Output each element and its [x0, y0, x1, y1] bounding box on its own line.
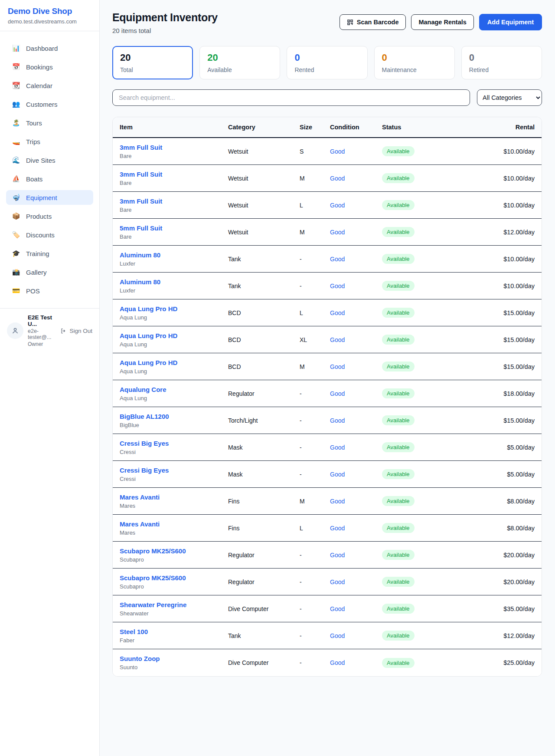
item-name-link[interactable]: 5mm Full Suit	[120, 224, 228, 232]
status-badge: Available	[382, 496, 415, 506]
item-brand: Scubapro	[120, 583, 228, 590]
sidebar-item-bookings[interactable]: 📅Bookings	[6, 59, 93, 74]
credit-card-icon: 💳	[12, 287, 20, 295]
condition-link[interactable]: Good	[330, 632, 345, 639]
sidebar-item-pos[interactable]: 💳POS	[6, 283, 93, 298]
sidebar-item-boats[interactable]: ⛵Boats	[6, 171, 93, 186]
stat-card-total[interactable]: 20Total	[112, 46, 193, 79]
item-name-link[interactable]: Aluminum 80	[120, 278, 228, 286]
table-row: Cressi Big EyesCressiMask-GoodAvailable$…	[113, 434, 542, 461]
table-row: Shearwater PeregrineShearwaterDive Compu…	[113, 595, 542, 622]
sidebar-item-products[interactable]: 📦Products	[6, 209, 93, 224]
condition-link[interactable]: Good	[330, 202, 345, 209]
column-header-rental: Rental	[462, 124, 535, 131]
condition-link[interactable]: Good	[330, 417, 345, 424]
condition-link[interactable]: Good	[330, 498, 345, 505]
item-name-link[interactable]: Scubapro MK25/S600	[120, 547, 228, 555]
column-header-item: Item	[120, 124, 228, 131]
sign-out-button[interactable]: Sign Out	[60, 328, 92, 334]
item-category: BCD	[228, 363, 300, 370]
sidebar-item-equipment[interactable]: 🤿Equipment	[6, 190, 93, 205]
table-row: Aqua Lung Pro HDAqua LungBCDMGoodAvailab…	[113, 353, 542, 380]
condition-link[interactable]: Good	[330, 148, 345, 155]
scan-barcode-button[interactable]: Scan Barcode	[340, 14, 406, 30]
condition-link[interactable]: Good	[330, 659, 345, 666]
condition-link[interactable]: Good	[330, 390, 345, 397]
status-cell: Available	[382, 415, 462, 425]
condition-link[interactable]: Good	[330, 525, 345, 532]
condition-link[interactable]: Good	[330, 175, 345, 182]
category-select[interactable]: All Categories	[477, 89, 542, 106]
item-cell: Aqua Lung Pro HDAqua Lung	[120, 305, 228, 321]
shop-logo[interactable]: Demo Dive Shop demo.test.divestreams.com	[0, 0, 99, 31]
sidebar-item-label: Gallery	[26, 269, 47, 276]
condition-link[interactable]: Good	[330, 229, 345, 236]
condition-link[interactable]: Good	[330, 471, 345, 478]
stat-label-rented: Rented	[294, 66, 359, 73]
item-name-link[interactable]: Aqualung Core	[120, 386, 228, 393]
stat-card-maintenance[interactable]: 0Maintenance	[374, 46, 455, 79]
item-name-link[interactable]: 3mm Full Suit	[120, 197, 228, 205]
item-brand: Scubapro	[120, 556, 228, 563]
search-input[interactable]	[112, 89, 470, 106]
condition-link[interactable]: Good	[330, 552, 345, 559]
table-row: Mares AvantiMaresFinsLGoodAvailable$8.00…	[113, 515, 542, 542]
item-name-link[interactable]: 3mm Full Suit	[120, 171, 228, 178]
stat-card-rented[interactable]: 0Rented	[287, 46, 367, 79]
stat-label-retired: Retired	[469, 66, 534, 73]
item-cell: Aluminum 80Luxfer	[120, 251, 228, 267]
sidebar-item-gallery[interactable]: 📸Gallery	[6, 265, 93, 279]
rental-price: $15.00/day	[462, 309, 535, 316]
item-name-link[interactable]: Cressi Big Eyes	[120, 440, 228, 447]
item-category: BCD	[228, 309, 300, 316]
stat-card-retired[interactable]: 0Retired	[461, 46, 542, 79]
sidebar-item-trips[interactable]: 🚤Trips	[6, 134, 93, 149]
sidebar-item-dive-sites[interactable]: 🌊Dive Sites	[6, 153, 93, 168]
table-row: Aluminum 80LuxferTank-GoodAvailable$10.0…	[113, 273, 542, 299]
condition-link[interactable]: Good	[330, 283, 345, 289]
item-name-link[interactable]: Mares Avanti	[120, 520, 228, 528]
sidebar-item-calendar[interactable]: 📆Calendar	[6, 78, 93, 93]
table-row: Aluminum 80LuxferTank-GoodAvailable$10.0…	[113, 246, 542, 273]
sidebar-item-discounts[interactable]: 🏷️Discounts	[6, 227, 93, 242]
condition-link[interactable]: Good	[330, 579, 345, 585]
sidebar-item-dashboard[interactable]: 📊Dashboard	[6, 41, 93, 56]
condition-link[interactable]: Good	[330, 256, 345, 263]
item-name-link[interactable]: Aluminum 80	[120, 251, 228, 259]
item-name-link[interactable]: Shearwater Peregrine	[120, 601, 228, 608]
column-header-condition: Condition	[330, 124, 382, 131]
item-name-link[interactable]: Steel 100	[120, 628, 228, 635]
condition-link[interactable]: Good	[330, 309, 345, 316]
condition-link[interactable]: Good	[330, 444, 345, 451]
item-name-link[interactable]: Aqua Lung Pro HD	[120, 305, 228, 312]
item-size: -	[300, 579, 330, 585]
status-cell: Available	[382, 631, 462, 641]
wave-icon: 🌊	[12, 156, 20, 164]
add-equipment-button[interactable]: Add Equipment	[479, 14, 542, 30]
shop-name: Demo Dive Shop	[8, 7, 91, 16]
item-brand: Aqua Lung	[120, 341, 228, 348]
sidebar-item-label: POS	[26, 287, 40, 295]
item-name-link[interactable]: Mares Avanti	[120, 493, 228, 501]
condition-link[interactable]: Good	[330, 336, 345, 343]
manage-rentals-button[interactable]: Manage Rentals	[411, 14, 473, 30]
sidebar-item-training[interactable]: 🎓Training	[6, 246, 93, 261]
sidebar-item-tours[interactable]: 🏝️Tours	[6, 115, 93, 130]
stat-card-available[interactable]: 20Available	[199, 46, 280, 79]
item-name-link[interactable]: BigBlue AL1200	[120, 413, 228, 420]
condition-link[interactable]: Good	[330, 363, 345, 370]
item-name-link[interactable]: Suunto Zoop	[120, 655, 228, 662]
item-name-link[interactable]: Aqua Lung Pro HD	[120, 332, 228, 339]
user-email: e2e-tester@...	[28, 328, 56, 340]
item-name-link[interactable]: Scubapro MK25/S600	[120, 574, 228, 582]
status-badge: Available	[382, 523, 415, 533]
item-cell: Mares AvantiMares	[120, 493, 228, 509]
condition-link[interactable]: Good	[330, 605, 345, 612]
status-cell: Available	[382, 388, 462, 398]
item-name-link[interactable]: Cressi Big Eyes	[120, 467, 228, 474]
item-name-link[interactable]: Aqua Lung Pro HD	[120, 359, 228, 366]
sidebar-item-customers[interactable]: 👥Customers	[6, 97, 93, 112]
status-badge: Available	[382, 469, 415, 479]
status-cell: Available	[382, 362, 462, 371]
item-name-link[interactable]: 3mm Full Suit	[120, 144, 228, 151]
